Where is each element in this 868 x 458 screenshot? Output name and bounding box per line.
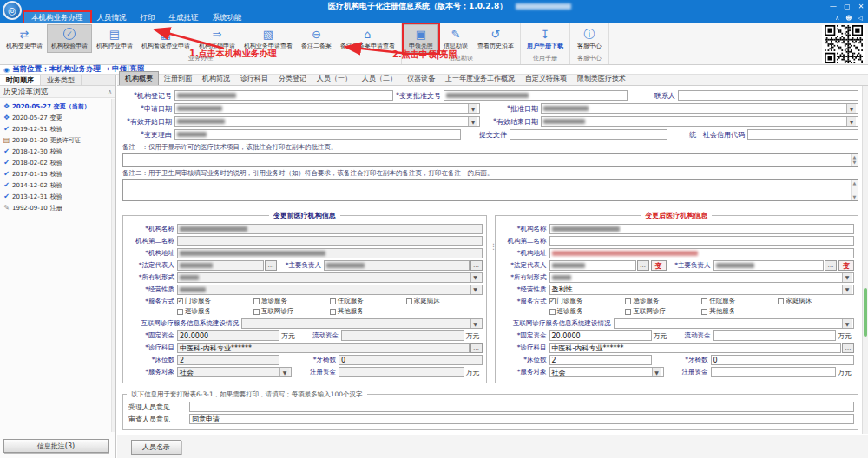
chevron-down-icon[interactable]: ▼ xyxy=(470,273,480,282)
checkbox-icon[interactable] xyxy=(701,309,707,315)
after-service-急诊服务[interactable]: 急诊服务 xyxy=(625,296,701,306)
chevron-down-icon[interactable]: ▼ xyxy=(279,368,289,376)
after-service-门诊服务[interactable]: 门诊服务 xyxy=(549,296,626,306)
scroll-arrows-icon[interactable]: ▲▼ xyxy=(851,180,858,200)
checkbox-icon[interactable] xyxy=(625,298,631,304)
after-org_name2-input[interactable] xyxy=(549,236,855,246)
checkbox-icon[interactable] xyxy=(253,309,260,315)
history-item-7[interactable]: ✔2014-12-02校验 xyxy=(2,180,115,191)
tab-仪器设备[interactable]: 仪器设备 xyxy=(402,72,440,85)
before-service-住院服务[interactable]: 住院服务 xyxy=(330,296,406,306)
chevron-down-icon[interactable]: ▼ xyxy=(652,368,661,376)
history-item-6[interactable]: ✔2017-01-15校验 xyxy=(2,168,115,180)
checkbox-icon[interactable] xyxy=(330,298,336,304)
history-item-5[interactable]: ✔2018-02-02校验 xyxy=(2,157,115,168)
after-nature-input[interactable]: 盈利性▼ xyxy=(549,285,855,295)
checkbox-icon[interactable] xyxy=(330,309,336,315)
info-annotation-button[interactable]: 信息批注(3) xyxy=(3,439,108,453)
before-chairs-input[interactable]: 0 xyxy=(339,355,483,365)
before-current_capital-input[interactable] xyxy=(341,330,464,341)
menu-item-0[interactable]: 本机构业务办理 xyxy=(24,12,90,24)
tab-机构概要[interactable]: 机构概要 xyxy=(119,71,159,85)
apply-date-input[interactable]: ▼ xyxy=(174,103,480,114)
checkbox-icon[interactable] xyxy=(701,298,707,304)
after-service-住院服务[interactable]: 住院服务 xyxy=(701,296,778,306)
main-scrollbar-thumb[interactable] xyxy=(864,288,867,337)
sidebar-scrollbar[interactable] xyxy=(111,99,115,432)
scroll-arrows-icon[interactable]: ▲▼ xyxy=(851,154,858,166)
after-service-巡诊服务[interactable]: 巡诊服务 xyxy=(549,306,626,317)
toolbar-button-机构停业申请[interactable]: ▤机构停业申请 xyxy=(92,24,137,53)
accept-opinion-input[interactable] xyxy=(189,402,854,412)
before-service-巡诊服务[interactable]: 巡诊服务 xyxy=(177,306,253,317)
before-subjects-input[interactable]: 中医科-内科专业****** xyxy=(177,343,470,353)
note2-textarea[interactable]: ▲▼ xyxy=(122,179,858,201)
menu-item-2[interactable]: 打印 xyxy=(134,12,162,24)
more-button[interactable]: … xyxy=(470,260,483,271)
toolbar-button-机构暂缓停业申请[interactable]: ▦机构暂缓停业申请 xyxy=(137,24,194,53)
chevron-down-icon[interactable]: ▼ xyxy=(468,117,477,126)
before-beds-input[interactable]: 2 xyxy=(177,355,279,365)
note1-textarea[interactable]: ▲▼ xyxy=(122,153,858,167)
sidebar-tab-1[interactable]: 业务类型 xyxy=(41,75,82,85)
after-ownership-input[interactable]: ▼ xyxy=(549,272,855,283)
before-target-input[interactable]: 社会▼ xyxy=(177,367,292,377)
toolbar-button-机构校验申请[interactable]: ✓机构校验申请 xyxy=(47,24,92,53)
minimize-button[interactable]: — xyxy=(826,3,840,10)
checkbox-icon[interactable] xyxy=(625,309,631,315)
after-service-其他服务[interactable]: 其他服务 xyxy=(701,306,778,317)
before-reg_capital-input[interactable] xyxy=(339,367,464,377)
close-button[interactable]: ✕ xyxy=(854,3,868,10)
chevron-down-icon[interactable]: ▼ xyxy=(842,285,852,294)
after-reg_capital-input[interactable] xyxy=(711,367,837,377)
tab-限制类医疗技术[interactable]: 限制类医疗技术 xyxy=(572,72,631,85)
splitter-handle[interactable]: ⋮ xyxy=(490,242,497,251)
collapse-chevron-icon[interactable]: ∧ xyxy=(108,88,112,95)
after-org_name-input[interactable] xyxy=(549,224,855,234)
more-button[interactable]: … xyxy=(842,343,854,353)
chevron-down-icon[interactable]: ▼ xyxy=(468,104,477,113)
personnel-roster-button[interactable]: 人员名录 xyxy=(131,440,181,455)
menu-item-3[interactable]: 生成批证 xyxy=(162,12,206,24)
history-item-9[interactable]: ✎1992-09-10注册 xyxy=(2,202,115,213)
after-internet-input[interactable]: ▼ xyxy=(614,318,855,329)
before-service-家庭病床[interactable]: 家庭病床 xyxy=(406,296,483,306)
before-legal_rep-input[interactable] xyxy=(177,260,264,271)
before-nature-input[interactable]: ▼ xyxy=(177,285,483,295)
before-ownership-input[interactable]: ▼ xyxy=(177,272,483,283)
toolbar-button-客服中心[interactable]: ⓘ客服中心 xyxy=(572,24,607,53)
toolbar-button-查看历史沿革[interactable]: ↺查看历史沿革 xyxy=(473,24,518,53)
more-button[interactable]: … xyxy=(470,343,483,353)
after-chairs-input[interactable]: 0 xyxy=(711,355,855,365)
more-button[interactable]: … xyxy=(265,260,277,271)
before-principal-input[interactable] xyxy=(324,260,470,271)
tab-人员（二）[interactable]: 人员（二） xyxy=(357,72,402,85)
tab-注册剖面[interactable]: 注册剖面 xyxy=(159,72,197,85)
contact-input[interactable] xyxy=(678,90,858,101)
main-scrollbar[interactable] xyxy=(862,86,868,434)
history-item-3[interactable]: ▤2019-01-20更换许可证 xyxy=(2,134,115,146)
after-current_capital-input[interactable] xyxy=(713,330,837,341)
checkbox-icon[interactable] xyxy=(177,309,183,315)
valid-to-input[interactable]: ▼ xyxy=(541,116,858,127)
after-target-input[interactable]: 社会▼ xyxy=(549,367,664,377)
submit-doc-input[interactable] xyxy=(510,129,667,140)
after-service-互联网诊疗[interactable]: 互联网诊疗 xyxy=(625,306,701,317)
before-fixed_capital-input[interactable]: 20.0000 xyxy=(177,330,279,341)
before-internet-input[interactable]: ▼ xyxy=(241,318,483,329)
approve-date-input[interactable]: ▼ xyxy=(541,103,858,114)
checkbox-icon[interactable] xyxy=(253,298,260,304)
after-service-家庭病床[interactable]: 家庭病床 xyxy=(778,296,854,306)
menu-item-1[interactable]: 人员情况 xyxy=(90,12,134,24)
history-item-4[interactable]: ✔2018-12-30校验 xyxy=(2,146,115,157)
after-legal_rep-input[interactable] xyxy=(549,260,636,271)
before-service-门诊服务[interactable]: 门诊服务 xyxy=(177,296,253,306)
before-service-其他服务[interactable]: 其他服务 xyxy=(330,306,406,317)
before-service-互联网诊疗[interactable]: 互联网诊疗 xyxy=(253,306,330,317)
after-subjects-input[interactable]: 中医科-内科专业****** xyxy=(549,343,842,353)
credit-code-input[interactable] xyxy=(747,129,858,140)
notify-icon[interactable]: ◁ xyxy=(858,15,863,22)
history-item-8[interactable]: ✔2013-12-31校验 xyxy=(2,191,115,202)
chevron-down-icon[interactable]: ▼ xyxy=(470,319,480,328)
user-icon[interactable]: ☻ xyxy=(845,15,852,22)
